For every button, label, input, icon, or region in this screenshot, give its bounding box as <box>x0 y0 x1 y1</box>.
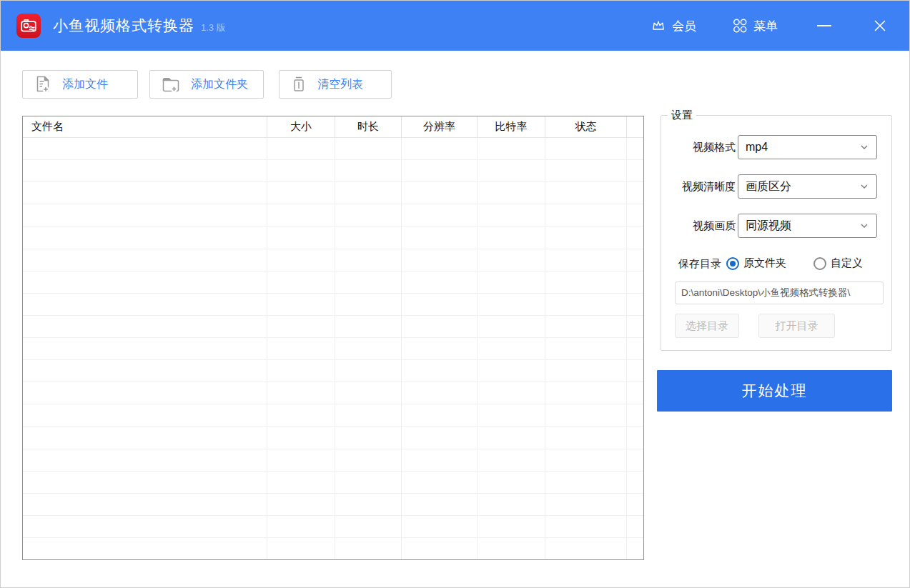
add-file-label: 添加文件 <box>62 77 108 92</box>
column-header-2[interactable]: 时长 <box>335 116 402 137</box>
table-row <box>23 249 643 271</box>
table-row <box>23 226 643 249</box>
close-button[interactable] <box>871 16 889 35</box>
video-format-label: 视频格式 <box>669 135 736 159</box>
close-icon <box>873 19 887 33</box>
radio-original-folder-label: 原文件夹 <box>743 256 786 270</box>
video-quality-label: 视频画质 <box>669 214 736 238</box>
video-quality-value: 同源视频 <box>746 219 791 234</box>
table-header: 文件名大小时长分辨率比特率状态 <box>23 116 643 138</box>
table-row <box>23 182 643 204</box>
folder-plus-icon <box>162 76 180 93</box>
radio-circle-icon <box>813 257 826 270</box>
column-header-5[interactable]: 状态 <box>545 116 627 137</box>
add-folder-button[interactable]: 添加文件夹 <box>149 70 264 99</box>
minimize-button[interactable] <box>815 16 834 35</box>
app-window: 小鱼视频格式转换器 1.3 版 会员 <box>0 0 910 588</box>
member-label: 会员 <box>672 18 696 34</box>
titlebar: 小鱼视频格式转换器 1.3 版 会员 <box>1 1 909 51</box>
app-title: 小鱼视频格式转换器 <box>53 16 194 36</box>
chevron-down-icon <box>859 142 869 152</box>
start-processing-button[interactable]: 开始处理 <box>657 370 892 412</box>
member-button[interactable]: 会员 <box>651 18 696 34</box>
table-row <box>23 404 643 427</box>
table-row <box>23 472 643 494</box>
chevron-down-icon <box>859 181 869 191</box>
column-header-4[interactable]: 比特率 <box>478 116 545 137</box>
document-plus-icon <box>34 75 51 94</box>
table-row <box>23 316 643 338</box>
table-row <box>23 294 643 316</box>
open-dir-button[interactable]: 打开目录 <box>758 314 835 338</box>
table-row <box>23 427 643 449</box>
radio-custom-label: 自定义 <box>831 256 863 270</box>
table-row <box>23 160 643 182</box>
radio-original-folder[interactable]: 原文件夹 <box>726 256 786 270</box>
crown-icon <box>651 18 666 34</box>
table-row <box>23 360 643 382</box>
video-clarity-value: 画质区分 <box>746 179 791 194</box>
radio-circle-icon <box>726 257 739 270</box>
add-folder-label: 添加文件夹 <box>191 77 248 92</box>
trash-icon <box>291 75 307 94</box>
app-version: 1.3 版 <box>201 21 226 34</box>
output-path-input[interactable] <box>675 281 884 304</box>
save-dir-radio-group: 原文件夹 自定义 <box>726 256 863 270</box>
video-format-value: mp4 <box>746 141 768 154</box>
video-format-select[interactable]: mp4 <box>738 135 877 159</box>
file-list-table: 文件名大小时长分辨率比特率状态 <box>22 116 644 560</box>
column-header-empty[interactable] <box>627 116 643 137</box>
table-row <box>23 338 643 360</box>
choose-dir-button[interactable]: 选择目录 <box>675 314 739 338</box>
table-row <box>23 516 643 538</box>
table-row <box>23 494 643 516</box>
table-row <box>23 271 643 294</box>
table-row <box>23 449 643 472</box>
column-header-1[interactable]: 大小 <box>267 116 335 137</box>
table-body[interactable] <box>23 138 643 559</box>
menu-label: 菜单 <box>753 18 778 34</box>
app-logo <box>16 14 41 38</box>
settings-legend: 设置 <box>668 109 696 122</box>
minimize-icon <box>817 25 831 26</box>
four-circles-grid-icon <box>732 18 748 34</box>
menu-button[interactable]: 菜单 <box>732 18 778 34</box>
chevron-down-icon <box>859 221 869 231</box>
video-clarity-select[interactable]: 画质区分 <box>738 174 877 199</box>
video-quality-select[interactable]: 同源视频 <box>738 214 877 238</box>
radio-custom[interactable]: 自定义 <box>813 256 863 270</box>
video-clarity-label: 视频清晰度 <box>669 174 736 199</box>
camera-wave-icon <box>19 16 38 35</box>
table-row <box>23 138 643 160</box>
save-dir-label: 保存目录 <box>673 256 721 271</box>
clear-list-button[interactable]: 清空列表 <box>279 70 392 99</box>
column-header-0[interactable]: 文件名 <box>23 116 267 137</box>
table-row <box>23 204 643 226</box>
table-row <box>23 538 643 559</box>
clear-list-label: 清空列表 <box>317 77 363 92</box>
column-header-3[interactable]: 分辨率 <box>402 116 478 137</box>
table-row <box>23 382 643 404</box>
add-file-button[interactable]: 添加文件 <box>22 70 138 99</box>
